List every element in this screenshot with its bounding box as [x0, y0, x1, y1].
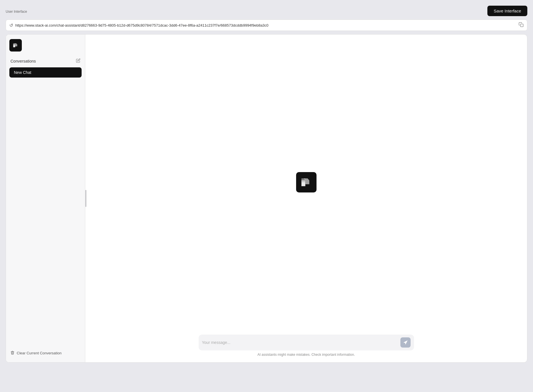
- send-button[interactable]: [400, 337, 411, 348]
- url-text: https://www.stack-ai.com/chat-assistant/…: [15, 23, 516, 27]
- chat-input[interactable]: [202, 340, 398, 345]
- svg-marker-12: [305, 180, 309, 184]
- main-container: Conversations New Chat Clear Cu: [6, 34, 527, 363]
- trash-icon: [10, 351, 14, 355]
- chat-area: AI assistants might make mistakes. Check…: [85, 35, 527, 362]
- new-chat-button[interactable]: New Chat: [9, 67, 82, 78]
- sidebar-logo: [9, 39, 22, 52]
- chat-input-area: AI assistants might make mistakes. Check…: [85, 330, 527, 362]
- disclaimer-text: AI assistants might make mistakes. Check…: [257, 353, 355, 357]
- svg-rect-0: [521, 24, 523, 27]
- conversations-label: Conversations: [10, 59, 36, 63]
- chat-input-row: [199, 335, 414, 350]
- clear-conversation-label: Clear Current Conversation: [17, 351, 61, 355]
- top-bar: User Interface Save Interface: [0, 3, 533, 20]
- clear-conversation-button[interactable]: Clear Current Conversation: [9, 348, 82, 358]
- url-bar: ↺ https://www.stack-ai.com/chat-assistan…: [6, 20, 527, 31]
- svg-marker-6: [15, 44, 17, 46]
- svg-rect-1: [13, 45, 15, 47]
- svg-marker-11: [301, 180, 305, 182]
- svg-rect-7: [301, 182, 305, 186]
- copy-icon[interactable]: [519, 22, 524, 28]
- user-interface-label: User Interface: [6, 10, 27, 14]
- chat-logo: [296, 172, 317, 192]
- edit-icon[interactable]: [76, 58, 80, 64]
- conversations-header: Conversations: [9, 58, 82, 64]
- chat-messages: [85, 35, 527, 330]
- sidebar-spacer: [9, 78, 82, 348]
- save-interface-button[interactable]: Save Interface: [487, 6, 527, 16]
- svg-marker-5: [13, 44, 15, 46]
- sidebar: Conversations New Chat Clear Cu: [6, 35, 85, 362]
- reload-icon[interactable]: ↺: [9, 23, 13, 28]
